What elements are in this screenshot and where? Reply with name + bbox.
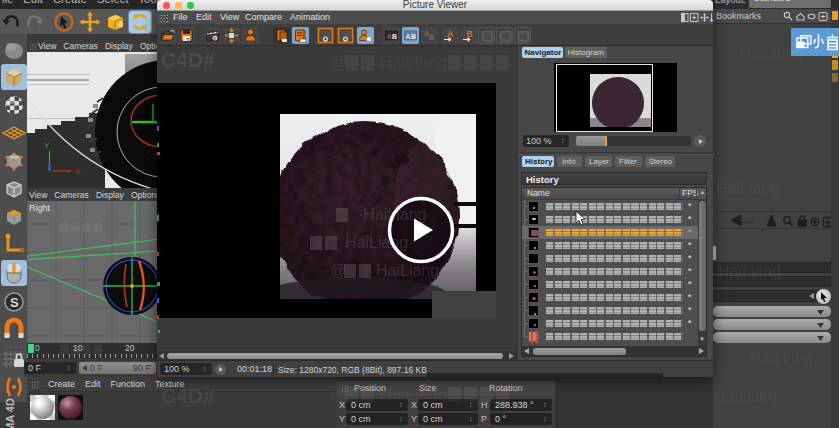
svg-text:Right: Right xyxy=(29,203,51,213)
svg-text:B: B xyxy=(411,32,416,39)
svg-text:B: B xyxy=(467,29,473,39)
svg-text:B: B xyxy=(392,32,397,39)
svg-text:A: A xyxy=(387,32,392,39)
svg-text:B: B xyxy=(429,34,434,41)
svg-text:A: A xyxy=(447,29,453,39)
svg-text:A: A xyxy=(406,32,411,39)
svg-text:X: X xyxy=(75,167,81,176)
svg-text:Y: Y xyxy=(44,141,50,150)
svg-text:S: S xyxy=(10,295,19,310)
